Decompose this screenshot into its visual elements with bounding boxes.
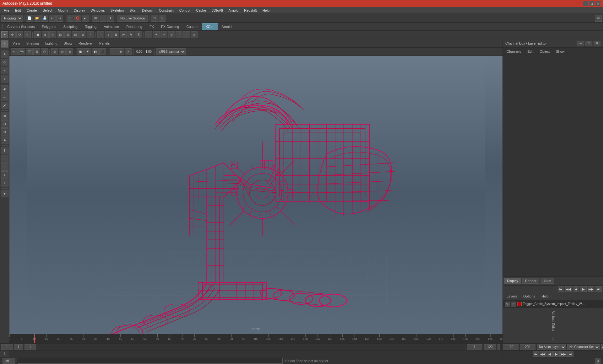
attribute-editor-tab[interactable]: Attribute Editor xyxy=(503,308,603,334)
skip-to-start-btn[interactable]: ⏮ xyxy=(533,351,539,357)
play-forward-btn[interactable]: ▶ xyxy=(553,351,560,357)
xgen-tool7[interactable]: ⊕ xyxy=(79,31,86,38)
menu-modify[interactable]: Modify xyxy=(55,8,70,13)
cb-object-tab[interactable]: Object xyxy=(538,49,551,54)
layer-tab-display[interactable]: Display xyxy=(504,278,521,284)
ipr-btn[interactable]: ▷ xyxy=(159,15,166,22)
lt-extra1[interactable]: ⋮ xyxy=(1,147,8,154)
vp-tab-lighting[interactable]: Lighting xyxy=(43,41,59,46)
rotate-tool-btn[interactable]: ⟳ xyxy=(16,31,23,38)
vp-display3[interactable]: ⊚ xyxy=(66,48,73,55)
vp-view1[interactable]: ▣ xyxy=(77,48,84,55)
tab-polygons[interactable]: Polygons xyxy=(38,23,59,30)
rigging-dropdown[interactable]: Rigging xyxy=(1,15,23,22)
snap-curve-btn[interactable]: ◦ xyxy=(100,15,106,22)
layer-vis-v[interactable]: V xyxy=(505,302,510,307)
range-start-input[interactable] xyxy=(467,344,482,350)
xgen-misc7[interactable]: ⍝ xyxy=(191,31,198,38)
vp-display1[interactable]: ⊙ xyxy=(51,48,58,55)
menu-file[interactable]: File xyxy=(1,8,12,13)
lt-scale[interactable]: ⤡ xyxy=(1,67,8,74)
menu-3dtall[interactable]: 3DtoAll xyxy=(209,8,225,13)
step-back-one-btn[interactable]: ◀ xyxy=(546,351,553,357)
menu-redshift[interactable]: Redshift xyxy=(242,8,259,13)
start-frame-input[interactable] xyxy=(1,344,13,350)
tab-curves-surfaces[interactable]: Curves / Surfaces xyxy=(4,23,38,30)
range-end-input[interactable] xyxy=(484,344,496,350)
lt-sculpt[interactable]: ✏ xyxy=(1,94,8,101)
menu-windows[interactable]: Windows xyxy=(88,8,107,13)
tab-fx[interactable]: FX xyxy=(146,23,157,30)
vp-snap3[interactable]: ✕ xyxy=(125,48,132,55)
lt-grid3[interactable]: ⊟ xyxy=(1,128,8,136)
new-scene-btn[interactable]: 📄 xyxy=(26,15,33,22)
xgen-spline2[interactable]: ↕ xyxy=(105,31,112,38)
cb-close-btn[interactable]: ✕ xyxy=(594,41,600,46)
xgen-spline6[interactable]: ⊼ xyxy=(135,31,142,38)
menu-skin[interactable]: Skin xyxy=(127,8,139,13)
lt-soft-mod[interactable]: ◉ xyxy=(1,85,8,93)
layer-options-tab[interactable]: Options xyxy=(522,294,536,299)
snap-point-btn[interactable]: ✦ xyxy=(107,15,114,22)
layer-step-fwd-one[interactable]: ▶ xyxy=(580,286,587,292)
xgen-spline3[interactable]: ⇅ xyxy=(112,31,119,38)
menu-display[interactable]: Display xyxy=(71,8,88,13)
layer-skip-start[interactable]: ⏮ xyxy=(558,286,564,292)
vp-view2[interactable]: ◩ xyxy=(84,48,91,55)
anim-layer-dropdown[interactable]: No Anim Layer xyxy=(537,344,566,350)
tab-animation[interactable]: Animation xyxy=(100,23,122,30)
layer-step-back-one[interactable]: ◀ xyxy=(573,286,579,292)
lt-bottom1[interactable]: ◈ xyxy=(1,190,8,197)
move-tool-btn[interactable]: ✛ xyxy=(9,31,16,38)
layer-help-tab[interactable]: Help xyxy=(540,294,550,299)
tab-xgen[interactable]: XGen xyxy=(202,23,218,30)
cb-channels-tab[interactable]: Channels xyxy=(505,49,522,54)
render-btn[interactable]: □ xyxy=(151,15,158,22)
vp-select-btn[interactable]: ↖ xyxy=(11,48,18,55)
lt-extra5[interactable]: ⌇ xyxy=(1,179,8,187)
current-frame-input[interactable] xyxy=(14,344,23,350)
menu-constrain[interactable]: Constrain xyxy=(156,8,176,13)
cb-expand-btn[interactable]: □ xyxy=(585,41,592,46)
range-drag-handle[interactable] xyxy=(497,344,500,350)
vp-grid-btn[interactable]: ⊞ xyxy=(33,48,40,55)
lt-move[interactable]: ✛ xyxy=(1,51,8,58)
xgen-tool3[interactable]: ◎ xyxy=(49,31,56,38)
timeline-track[interactable]: 0510152025303540455055606570758085909510… xyxy=(9,334,503,343)
lasso-btn[interactable]: ⭕ xyxy=(74,15,81,22)
paint-btn[interactable]: 🖌 xyxy=(82,15,89,22)
tab-custom[interactable]: Custom xyxy=(183,23,202,30)
vp-film-btn[interactable]: 🎬 xyxy=(26,48,33,55)
tab-sculpting[interactable]: Sculpting xyxy=(60,23,81,30)
tab-fx-caching[interactable]: FX Caching xyxy=(158,23,182,30)
vp-tab-view[interactable]: View xyxy=(11,41,22,46)
vp-wire-btn[interactable]: ⬡ xyxy=(41,48,48,55)
snap-grid-btn[interactable]: ⊞ xyxy=(92,15,99,22)
select-btn[interactable]: ⬡ xyxy=(67,15,73,22)
xgen-tool2[interactable]: ◈ xyxy=(42,31,49,38)
xgen-misc5[interactable]: ⊺ xyxy=(176,31,182,38)
vp-tab-renderer[interactable]: Renderer xyxy=(77,41,95,46)
char-set-settings-btn[interactable]: ⚙ xyxy=(601,344,603,350)
menu-edit[interactable]: Edit xyxy=(13,8,24,13)
lt-rotate[interactable]: ⟳ xyxy=(1,59,8,66)
undo-btn[interactable]: ↩ xyxy=(49,15,56,22)
maximize-button[interactable]: □ xyxy=(589,1,594,6)
scale-tool-btn[interactable]: ⤡ xyxy=(24,31,31,38)
vp-snap2[interactable]: ⊕ xyxy=(117,48,124,55)
end-frame-display[interactable] xyxy=(24,344,36,350)
menu-create[interactable]: Create xyxy=(24,8,40,13)
cb-edit-tab[interactable]: Edit xyxy=(526,49,535,54)
xgen-spline4[interactable]: ⇌ xyxy=(120,31,127,38)
cb-minimize-btn[interactable]: — xyxy=(577,41,584,46)
cb-show-tab[interactable]: Show xyxy=(555,49,566,54)
layer-layers-tab[interactable]: Layers xyxy=(505,294,518,299)
lt-extra4[interactable]: ≡ xyxy=(1,171,8,179)
end-range-input1[interactable] xyxy=(503,344,519,350)
lt-transform[interactable]: ⊹ xyxy=(1,75,8,83)
menu-deform[interactable]: Deform xyxy=(139,8,156,13)
color-space-dropdown[interactable]: sRGB gamma xyxy=(156,48,186,55)
step-forward-btn[interactable]: ▶▶ xyxy=(560,351,567,357)
lt-select[interactable]: ↖ xyxy=(1,40,8,48)
lt-extra2[interactable]: ∷ xyxy=(1,155,8,163)
